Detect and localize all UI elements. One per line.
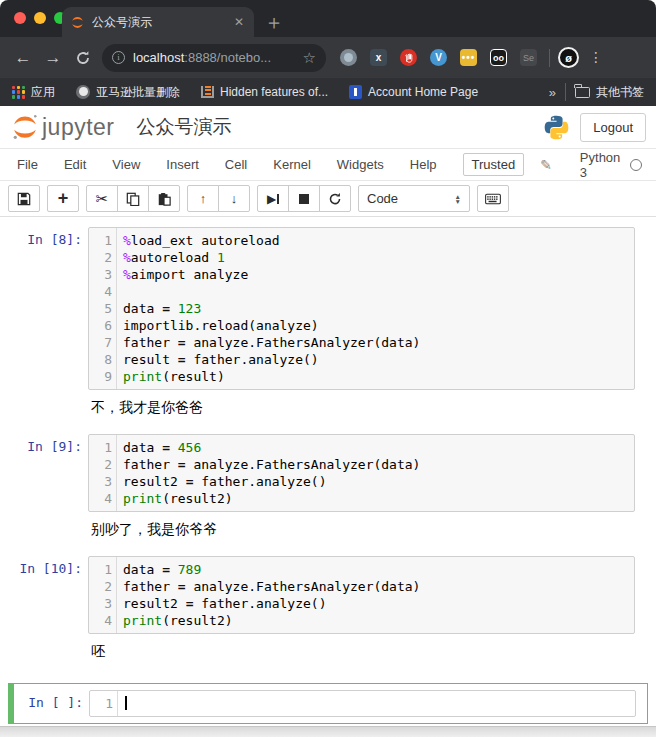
cell-type-select[interactable]: Code ▲▼ (358, 185, 470, 212)
jupyter-page: jupyter 公众号演示 Logout File Edit View Inse… (0, 106, 656, 726)
input-prompt: In [ ]: (9, 690, 89, 717)
adblock-hand-icon[interactable] (400, 49, 417, 66)
menu-kernel[interactable]: Kernel (273, 157, 311, 172)
bookmark-label: 亚马逊批量删除 (96, 84, 180, 101)
line-number-gutter: 123456789 (89, 228, 117, 389)
account-icon (349, 85, 362, 99)
bookmarks-overflow-icon[interactable]: » (549, 85, 556, 100)
run-cell-button[interactable]: ▶ (257, 185, 289, 212)
bookmark-label: Account Home Page (368, 85, 478, 99)
back-icon[interactable]: ← (8, 48, 38, 68)
line-number: 6 (89, 317, 112, 334)
reload-icon[interactable] (68, 50, 98, 66)
code-line: print(result2) (123, 490, 630, 507)
bookmark-apps[interactable]: 应用 (12, 84, 55, 101)
code-editor[interactable]: %load_ext autoreload%autoreload 1%aimpor… (117, 228, 634, 389)
bookmark-account-home[interactable]: Account Home Page (349, 85, 478, 99)
menu-help[interactable]: Help (410, 157, 437, 172)
code-line: data = 789 (123, 561, 630, 578)
copy-button[interactable] (117, 185, 149, 212)
interrupt-kernel-button[interactable] (288, 185, 320, 212)
url-field[interactable]: i localhost:8888/notebo... ☆ (102, 44, 326, 72)
menu-file[interactable]: File (17, 157, 38, 172)
move-cell-up-button[interactable]: ↑ (187, 185, 219, 212)
other-bookmarks[interactable]: 其他书签 (575, 84, 644, 101)
close-window-button[interactable] (14, 12, 26, 24)
code-input-area[interactable]: 1234data = 789father = analyze.FathersAn… (88, 556, 635, 634)
code-line: father = analyze.FathersAnalyzer(data) (123, 578, 630, 595)
text-cursor (125, 696, 127, 710)
jupyter-logo-text[interactable]: jupyter (42, 114, 115, 141)
bookmark-hidden-features[interactable]: Hidden features of... (201, 85, 328, 99)
line-number: 3 (89, 595, 112, 612)
code-line (124, 695, 631, 712)
extension-circle-icon[interactable] (340, 49, 357, 66)
bookmark-label: Hidden features of... (220, 85, 328, 99)
bookmark-label: 应用 (31, 84, 55, 101)
code-editor[interactable]: data = 456father = analyze.FathersAnalyz… (117, 435, 634, 511)
code-line: father = analyze.FathersAnalyzer(data) (123, 334, 630, 351)
code-line: result2 = father.analyze() (123, 595, 630, 612)
code-line: result2 = father.analyze() (123, 473, 630, 490)
save-button[interactable] (8, 185, 40, 212)
logout-button[interactable]: Logout (580, 113, 646, 142)
line-number: 9 (89, 368, 112, 385)
code-editor[interactable] (118, 691, 635, 716)
browser-tab[interactable]: 公众号演示 ✕ (62, 7, 254, 37)
code-cell[interactable]: In [ ]:1 (8, 683, 648, 724)
window-controls (14, 12, 66, 24)
code-editor[interactable]: data = 789father = analyze.FathersAnalyz… (117, 557, 634, 633)
kernel-status-icon (630, 159, 642, 171)
pencil-icon: ✎ (540, 157, 552, 173)
code-cell[interactable]: In [10]:1234data = 789father = analyze.F… (0, 556, 656, 678)
selenium-icon[interactable]: Se (520, 49, 537, 66)
chrome-menu-icon[interactable]: ⋮ (589, 55, 603, 60)
menu-widgets[interactable]: Widgets (337, 157, 384, 172)
line-number: 2 (89, 249, 112, 266)
code-input-area[interactable]: 1234data = 456father = analyze.FathersAn… (88, 434, 635, 512)
input-prompt: In [8]: (0, 227, 88, 434)
add-cell-button[interactable]: + (47, 185, 79, 212)
extension-goggles-icon[interactable]: oo (490, 49, 507, 66)
input-prompt: In [9]: (0, 434, 88, 556)
bookmark-star-icon[interactable]: ☆ (303, 49, 316, 67)
select-arrows-icon: ▲▼ (455, 194, 461, 204)
menu-edit[interactable]: Edit (64, 157, 86, 172)
paste-button[interactable] (148, 185, 180, 212)
command-palette-button[interactable] (477, 185, 509, 212)
cut-button[interactable]: ✂ (86, 185, 118, 212)
stackoverflow-icon (201, 86, 214, 98)
site-info-icon[interactable]: i (112, 51, 125, 64)
minimize-window-button[interactable] (34, 12, 46, 24)
notebook-title[interactable]: 公众号演示 (137, 114, 232, 140)
extension-x-icon[interactable]: x (370, 49, 387, 66)
move-cell-down-button[interactable]: ↓ (218, 185, 250, 212)
tab-title: 公众号演示 (92, 14, 232, 31)
restart-kernel-button[interactable] (319, 185, 351, 212)
code-input-area[interactable]: 123456789%load_ext autoreload%autoreload… (88, 227, 635, 390)
tab-close-icon[interactable]: ✕ (232, 15, 246, 29)
bookmark-amazon[interactable]: 亚马逊批量删除 (76, 84, 180, 101)
code-line: print(result2) (123, 612, 630, 629)
url-text[interactable]: localhost:8888/notebo... (133, 50, 303, 65)
cell-output: 呸 (91, 642, 656, 660)
profile-avatar[interactable]: ø (558, 47, 579, 68)
menu-view[interactable]: View (112, 157, 140, 172)
code-input-area[interactable]: 1 (89, 690, 636, 717)
notebook-toolbar: + ✂ ↑ ↓ ▶ Code (0, 181, 656, 217)
jupyter-logo[interactable] (10, 112, 40, 142)
forward-icon[interactable]: → (38, 48, 68, 68)
line-number: 3 (89, 473, 112, 490)
extension-dots-icon[interactable]: ••• (460, 49, 477, 66)
code-line: %load_ext autoreload (123, 232, 630, 249)
notebook-header: jupyter 公众号演示 Logout (0, 106, 656, 148)
code-cell[interactable]: In [8]:123456789%load_ext autoreload%aut… (0, 227, 656, 434)
line-number: 7 (89, 334, 112, 351)
menu-cell[interactable]: Cell (225, 157, 247, 172)
new-tab-button[interactable]: ＋ (262, 10, 286, 34)
code-line: data = 123 (123, 300, 630, 317)
menu-insert[interactable]: Insert (166, 157, 199, 172)
code-cell[interactable]: In [9]:1234data = 456father = analyze.Fa… (0, 434, 656, 556)
vimium-icon[interactable]: V (430, 49, 447, 66)
trusted-badge: Trusted (463, 153, 525, 176)
